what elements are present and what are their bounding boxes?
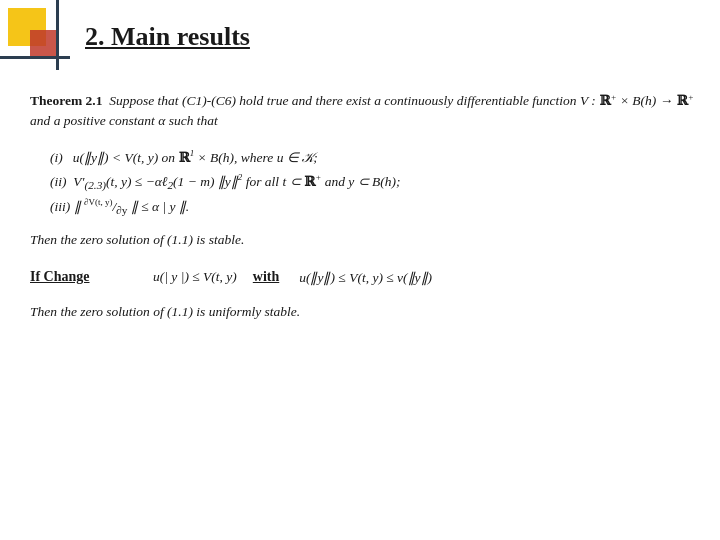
with-label: with xyxy=(253,269,279,285)
theorem-intro: Theorem 2.1 Suppose that (C1)-(C6) hold … xyxy=(30,90,700,132)
with-condition: u(‖y‖) ≤ V(t, y) ≤ v(‖y‖) xyxy=(299,269,432,286)
vertical-line xyxy=(56,0,59,70)
content-area: Theorem 2.1 Suppose that (C1)-(C6) hold … xyxy=(30,90,700,520)
condition-i: (i) u(‖y‖) < V(t, y) on ℝ1 × B(h), where… xyxy=(50,146,700,169)
if-change-label: If Change xyxy=(30,269,145,285)
if-change-condition: u(| y |) ≤ V(t, y) xyxy=(153,269,237,285)
page-title: 2. Main results xyxy=(85,22,250,52)
condition-ii: (ii) V′(2.3)(t, y) ≤ −αℓ2(1 − m) ‖y‖2 fo… xyxy=(50,170,700,195)
corner-decoration xyxy=(0,0,70,70)
red-square xyxy=(30,30,58,58)
conclusion-text: Then the zero solution of (1.1) is unifo… xyxy=(30,302,700,322)
theorem-intro-text: Suppose that (C1)-(C6) hold true and the… xyxy=(30,93,694,129)
then-statement: Then the zero solution of (1.1) is stabl… xyxy=(30,230,700,250)
condition-iii: (iii) ‖ ∂V(t, y)/∂y ‖ ≤ α | y ‖. xyxy=(50,195,700,220)
horizontal-line xyxy=(0,56,70,59)
theorem-block: Theorem 2.1 Suppose that (C1)-(C6) hold … xyxy=(30,90,700,132)
theorem-conditions: (i) u(‖y‖) < V(t, y) on ℝ1 × B(h), where… xyxy=(50,146,700,220)
if-change-row: If Change u(| y |) ≤ V(t, y) with u(‖y‖)… xyxy=(30,269,700,286)
theorem-label: Theorem 2.1 xyxy=(30,93,103,108)
